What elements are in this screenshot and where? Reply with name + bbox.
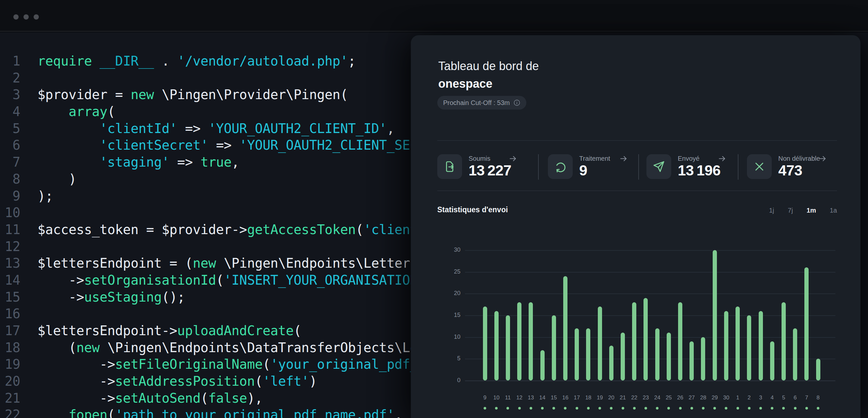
window-titlebar <box>0 0 868 32</box>
info-icon[interactable] <box>513 99 521 106</box>
code-text: fopen('path_to_your_original_pdf_name.pd… <box>20 407 449 418</box>
window-dot[interactable] <box>13 14 19 20</box>
window-dot[interactable] <box>24 14 29 20</box>
code-text <box>20 306 37 321</box>
bar-day-1 <box>736 307 740 381</box>
stat-icon-tile <box>437 154 462 179</box>
stat-divider <box>638 154 639 180</box>
bar-day-9 <box>483 307 487 381</box>
x-axis-label: 19 <box>597 394 603 401</box>
bar-day-4 <box>770 341 774 381</box>
bar-day-20 <box>609 346 614 381</box>
gridline-0 <box>465 381 835 381</box>
x-axis-dot <box>495 407 498 410</box>
stat-card-non-d-livrable[interactable]: Non délivrable473 <box>747 154 845 180</box>
stat-icon-tile <box>548 154 573 179</box>
bar-day-27 <box>689 341 694 381</box>
x-axis-label: 15 <box>551 394 557 401</box>
x-axis-dot <box>518 407 521 410</box>
code-text: ->setAutoSend(false), <box>20 391 263 406</box>
time-range-selector: 1j7j1m1a <box>769 207 837 214</box>
line-number: 11 <box>0 221 20 238</box>
x-axis-label: 16 <box>562 394 568 401</box>
code-text: $lettersEndpoint->uploadAndCreate( <box>20 323 302 338</box>
bar-day-25 <box>666 333 671 381</box>
line-number: 15 <box>0 289 20 306</box>
send-icon <box>652 160 666 173</box>
line-number: 22 <box>0 407 20 418</box>
bar-day-29 <box>713 250 717 381</box>
arrow-right-icon <box>619 154 628 164</box>
stat-value: 9 <box>579 162 587 179</box>
code-text: ->useStaging(); <box>20 289 185 305</box>
bar-day-14 <box>540 350 545 381</box>
range-option-1j[interactable]: 1j <box>769 207 774 214</box>
x-axis-dot <box>587 407 590 410</box>
line-number: 3 <box>0 86 20 103</box>
divider <box>437 190 837 191</box>
bar-day-24 <box>655 328 659 381</box>
stat-divider <box>538 154 539 180</box>
refresh-icon <box>553 160 567 173</box>
bar-day-23 <box>644 298 648 381</box>
stat-card-envoy-[interactable]: Envoyé13 196 <box>646 154 744 180</box>
x-axis-dot <box>484 407 486 410</box>
window-dot[interactable] <box>34 14 39 20</box>
stat-value: 13 196 <box>678 162 720 179</box>
x-axis-label: 18 <box>585 394 591 401</box>
range-option-1a[interactable]: 1a <box>830 207 837 214</box>
x-axis-label: 10 <box>493 394 500 401</box>
x-axis-dot <box>690 407 693 410</box>
dashboard-panel: Tableau de bord de onespace Prochain Cut… <box>411 35 861 418</box>
file-export-icon <box>443 160 457 173</box>
code-text: 'staging' => true, <box>20 154 239 170</box>
bar-day-6 <box>793 328 797 381</box>
x-axis-label: 25 <box>666 394 672 401</box>
y-axis-label: 30 <box>443 246 460 253</box>
x-axis-label: 27 <box>688 394 695 401</box>
bar-day-21 <box>621 333 625 381</box>
code-text: array( <box>20 104 115 119</box>
line-number: 17 <box>0 322 20 340</box>
y-axis-label: 0 <box>443 377 460 384</box>
x-axis-label: 3 <box>759 394 762 401</box>
x-axis-label: 22 <box>631 394 637 401</box>
x-axis-label: 11 <box>505 394 511 401</box>
bar-day-26 <box>678 302 682 381</box>
line-number: 18 <box>0 340 20 356</box>
x-icon <box>752 160 766 173</box>
bar-day-28 <box>701 337 705 381</box>
stat-card-soumis[interactable]: Soumis13 227 <box>437 154 535 180</box>
stat-card-traitement[interactable]: Traitement9 <box>548 154 646 180</box>
line-number: 14 <box>0 272 20 289</box>
divider <box>437 140 837 141</box>
y-axis-label: 20 <box>443 290 460 297</box>
code-text: 'clientSecret' => 'YOUR_OAUTH2_CLIENT_SE… <box>20 138 457 152</box>
range-option-1m[interactable]: 1m <box>807 207 816 214</box>
y-axis-label: 10 <box>443 334 460 340</box>
x-axis-label: 28 <box>700 394 707 401</box>
x-axis-dot <box>564 407 566 410</box>
x-axis-label: 12 <box>516 394 522 401</box>
x-axis-label: 1 <box>736 394 739 401</box>
bar-day-22 <box>632 302 636 381</box>
cutoff-badge-label: Prochain Cut-Off : 53m <box>443 99 510 107</box>
stat-divider <box>738 154 739 180</box>
x-axis-dot <box>760 407 762 410</box>
code-text: $provider = new \Pingen\Provider\Pingen( <box>20 87 348 102</box>
x-axis-dot <box>598 407 601 410</box>
x-axis-label: 29 <box>712 394 718 401</box>
cutoff-badge[interactable]: Prochain Cut-Off : 53m <box>437 96 526 110</box>
code-text: ) <box>20 172 76 186</box>
line-number: 4 <box>0 103 20 120</box>
gridline-20 <box>465 293 835 294</box>
code-text: ); <box>20 188 53 204</box>
bar-day-3 <box>759 311 763 381</box>
x-axis-dot <box>771 407 773 410</box>
x-axis-label: 4 <box>771 394 774 401</box>
range-option-7j[interactable]: 7j <box>788 207 793 214</box>
x-axis-label: 2 <box>748 394 750 401</box>
bar-day-11 <box>506 315 510 381</box>
x-axis-label: 6 <box>794 394 797 401</box>
window-controls <box>13 14 39 20</box>
